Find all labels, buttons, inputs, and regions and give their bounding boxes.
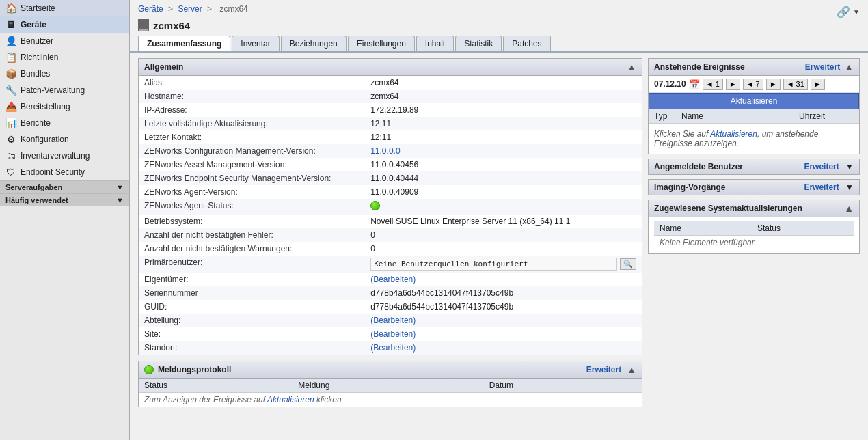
site-bearbeiten-link[interactable]: (Bearbeiten) [370, 329, 416, 339]
field-label-zcm-version: ZENworks Configuration Management-Versio… [139, 144, 365, 158]
field-value-standort: (Bearbeiten) [365, 341, 642, 355]
field-value-alias: zcmx64 [365, 76, 642, 90]
security-icon: 🛡 [5, 167, 16, 178]
eigentuemer-bearbeiten-link[interactable]: (Bearbeiten) [370, 275, 416, 284]
reports-icon: 📊 [5, 118, 16, 128]
events-refresh-link[interactable]: Aktualisieren [710, 129, 757, 139]
field-label-zam-version: ZENworks Asset Management-Version: [139, 158, 365, 171]
tabs: Zusammenfassung Inventar Beziehungen Ein… [130, 36, 868, 53]
field-label-warnungen: Anzahl der nicht bestätigten Warnungen: [139, 242, 365, 256]
table-row: GUID: d778b4a6d544bc1314047f413705c49b [139, 300, 642, 314]
table-row: Primärbenutzer: Keine Benutzerquellen ko… [139, 256, 642, 273]
field-value-agent-version: 11.0.0.40909 [365, 185, 642, 199]
sidebar-item-bundles[interactable]: 📦 Bundles [0, 66, 129, 82]
prev-1-button[interactable]: ◄ 1 [703, 79, 723, 90]
table-row: ZENworks Agent-Status: [139, 199, 642, 215]
table-row: Standort: (Bearbeiten) [139, 341, 642, 355]
events-col-typ: Typ [654, 111, 681, 121]
tab-beziehungen[interactable]: Beziehungen [281, 36, 347, 51]
log-collapse-icon[interactable]: ▲ [627, 364, 636, 375]
logged-users-header[interactable]: Angemeldete Benutzer Erweitert ▼ [649, 159, 859, 174]
breadcrumb-geraete[interactable]: Geräte [138, 4, 163, 14]
events-erweitert[interactable]: Erweitert [805, 62, 840, 72]
log-col-meldung: Meldung [293, 379, 483, 393]
field-label-letzte-aktualisierung: Letzte vollständige Aktualisierung: [139, 117, 365, 130]
log-erweitert[interactable]: Erweitert [586, 365, 621, 374]
log-status-dot [144, 365, 154, 374]
standort-bearbeiten-link[interactable]: (Bearbeiten) [370, 343, 416, 353]
updates-col-name: Name [654, 221, 752, 236]
log-col-datum: Datum [484, 379, 642, 393]
allgemein-section: Allgemein ▲ Alias: zcmx64 Hostname: zcmx… [138, 58, 642, 355]
imaging-header[interactable]: Imaging-Vorgänge Erweitert ▼ [649, 180, 859, 195]
field-value-letzter-kontakt: 12:11 [365, 130, 642, 144]
server-icon [138, 19, 149, 31]
dropdown-arrow[interactable]: ▼ [853, 8, 860, 16]
sidebar-section-serveraufgaben[interactable]: Serveraufgaben ▼ [0, 180, 129, 193]
tab-statistik[interactable]: Statistik [455, 36, 502, 51]
logged-users-collapse-icon[interactable]: ▼ [845, 162, 854, 171]
prev-31-button[interactable]: ◄ 31 [783, 79, 808, 90]
events-refresh-button[interactable]: Aktualisieren [649, 93, 859, 109]
logged-users-header-right: Erweitert ▼ [804, 162, 854, 171]
sidebar-item-bereitstellung[interactable]: 📤 Bereitstellung [0, 98, 129, 115]
sidebar-label-startseite: Startseite [21, 3, 55, 13]
sidebar-item-endpoint-security[interactable]: 🛡 Endpoint Security [0, 164, 129, 180]
next-1-button[interactable]: ► [726, 79, 740, 90]
sidebar-item-patch-verwaltung[interactable]: 🔧 Patch-Verwaltung [0, 82, 129, 98]
chain-icon[interactable]: 🔗 [837, 5, 850, 18]
inventory-icon: 🗂 [5, 150, 16, 161]
content-area: Allgemein ▲ Alias: zcmx64 Hostname: zcmx… [130, 53, 868, 440]
events-collapse-icon[interactable]: ▲ [844, 61, 854, 72]
breadcrumb-server[interactable]: Server [178, 4, 202, 14]
user-browse-button[interactable]: 🔍 [620, 258, 636, 270]
table-row: ZENworks Agent-Version: 11.0.0.40909 [139, 185, 642, 199]
sidebar-item-startseite[interactable]: 🏠 Startseite [0, 0, 129, 16]
log-refresh-link[interactable]: Aktualisieren [267, 395, 314, 404]
sidebar-item-inventarverwaltung[interactable]: 🗂 Inventarverwaltung [0, 148, 129, 164]
imaging-erweitert[interactable]: Erweitert [804, 182, 839, 192]
sidebar-section-haeufig[interactable]: Häufig verwendet ▼ [0, 193, 129, 206]
sidebar-label-inventarverwaltung: Inventarverwaltung [21, 151, 90, 161]
calendar-icon[interactable]: 📅 [689, 79, 700, 90]
field-value-letzte-aktualisierung: 12:11 [365, 117, 642, 130]
haeufig-collapse-icon: ▼ [116, 196, 124, 204]
updates-header: Zugewiesene Systemaktualisierungen ▲ [649, 200, 859, 217]
next-31-button[interactable]: ► [811, 79, 825, 90]
sidebar-item-geraete[interactable]: 🖥 Geräte [0, 16, 129, 33]
tab-patches[interactable]: Patches [503, 36, 550, 51]
tab-inventar[interactable]: Inventar [232, 36, 279, 51]
sidebar-label-endpoint-security: Endpoint Security [21, 167, 85, 177]
prev-7-button[interactable]: ◄ 7 [743, 79, 763, 90]
imaging-title: Imaging-Vorgänge [654, 182, 725, 192]
field-value-hostname: zcmx64 [365, 90, 642, 103]
allgemein-collapse-icon[interactable]: ▲ [627, 61, 636, 72]
sidebar-label-konfiguration: Konfiguration [21, 135, 69, 144]
imaging-collapse-icon[interactable]: ▼ [845, 182, 854, 192]
table-row: Anzahl der nicht bestätigten Fehler: 0 [139, 228, 642, 242]
events-col-time: Uhrzeit [799, 111, 854, 121]
abteilung-bearbeiten-link[interactable]: (Bearbeiten) [370, 316, 416, 325]
sidebar-item-benutzer[interactable]: 👤 Benutzer [0, 33, 129, 49]
next-7-button[interactable]: ► [766, 79, 781, 90]
sidebar-item-richtlinien[interactable]: 📋 Richtlinien [0, 49, 129, 66]
events-empty-message: Klicken Sie auf Aktualisieren, um ansteh… [649, 124, 859, 154]
sidebar-item-berichte[interactable]: 📊 Berichte [0, 115, 129, 131]
field-label-agent-status: ZENworks Agent-Status: [139, 199, 365, 215]
field-label-eigentuemer: Eigentümer: [139, 273, 365, 286]
tab-zusammenfassung[interactable]: Zusammenfassung [138, 36, 230, 51]
tab-inhalt[interactable]: Inhalt [416, 36, 454, 51]
log-content: Status Meldung Datum Zum Anzeigen der Er… [139, 379, 642, 407]
sidebar-item-konfiguration[interactable]: ⚙ Konfiguration [0, 131, 129, 148]
field-label-standort: Standort: [139, 341, 365, 355]
table-row: Letzte vollständige Aktualisierung: 12:1… [139, 117, 642, 130]
logged-users-erweitert[interactable]: Erweitert [804, 162, 839, 171]
zcm-version-link[interactable]: 11.0.0.0 [370, 146, 400, 156]
updates-collapse-icon[interactable]: ▲ [844, 203, 854, 214]
field-label-site: Site: [139, 327, 365, 341]
field-label-letzter-kontakt: Letzter Kontakt: [139, 130, 365, 144]
updates-section: Zugewiesene Systemaktualisierungen ▲ Nam… [648, 200, 860, 254]
updates-title: Zugewiesene Systemaktualisierungen [654, 204, 802, 213]
field-value-seriennummer: d778b4a6d544bc1314047f413705c49b [365, 286, 642, 300]
tab-einstellungen[interactable]: Einstellungen [348, 36, 415, 51]
